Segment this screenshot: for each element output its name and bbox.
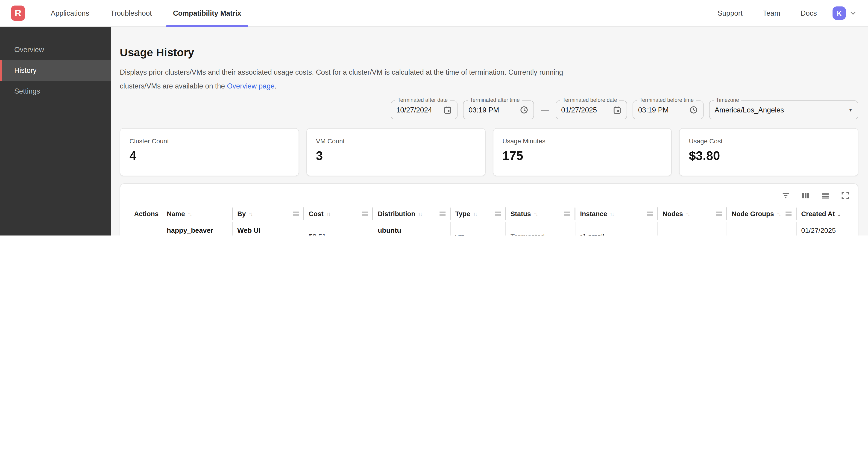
timezone-select[interactable]: Timezone America/Los_Angeles ▼ xyxy=(709,100,858,119)
column-resize-handle-icon[interactable] xyxy=(495,211,501,216)
terminated-after-date-field[interactable]: Terminated after date 10/27/2024 xyxy=(391,100,458,119)
filter-row: Terminated after date 10/27/2024 Termina… xyxy=(120,100,858,119)
sidebar-item-history[interactable]: History xyxy=(0,60,111,81)
column-label: Instance xyxy=(580,210,607,217)
column-header-instance[interactable]: Instance ↑↓ xyxy=(576,206,658,222)
sort-desc-icon[interactable]: ↓ xyxy=(838,210,841,217)
column-label: Distribution xyxy=(378,210,415,217)
stat-value: $3.80 xyxy=(689,149,849,163)
sort-icon[interactable]: ↑↓ xyxy=(249,210,252,217)
column-header-name[interactable]: Name ↑↓ xyxy=(162,206,232,222)
column-resize-handle-icon[interactable] xyxy=(362,211,368,216)
node-groups-value: - xyxy=(732,232,792,235)
column-header-by[interactable]: By ↑↓ xyxy=(232,206,304,222)
column-label: Nodes xyxy=(662,210,683,217)
sort-icon[interactable]: ↑↓ xyxy=(188,210,191,217)
clock-icon[interactable] xyxy=(689,106,698,114)
stat-label: VM Count xyxy=(316,137,476,145)
table-toolbar xyxy=(120,184,858,200)
tab-label: Applications xyxy=(51,9,89,17)
replicated-logo[interactable]: R xyxy=(11,5,25,21)
field-label: Timezone xyxy=(714,97,741,103)
terminated-before-time-field[interactable]: Terminated before time 03:19 PM xyxy=(632,100,704,119)
type-value: vm xyxy=(455,232,501,235)
sort-icon[interactable]: ↑↓ xyxy=(777,210,780,217)
calendar-icon[interactable] xyxy=(613,106,621,114)
sidebar-item-settings[interactable]: Settings xyxy=(0,81,111,101)
sort-icon[interactable]: ↑↓ xyxy=(534,210,537,217)
field-label: Terminated before date xyxy=(560,97,619,103)
active-indicator xyxy=(0,60,2,81)
column-resize-handle-icon[interactable] xyxy=(439,211,445,216)
column-resize-handle-icon[interactable] xyxy=(785,211,792,216)
field-value: America/Los_Angeles xyxy=(715,106,784,114)
tab-label: Compatibility Matrix xyxy=(173,9,241,17)
sidebar-item-label: Overview xyxy=(14,46,44,54)
column-label: Status xyxy=(510,210,531,217)
column-resize-handle-icon[interactable] xyxy=(564,211,570,216)
column-resize-handle-icon[interactable] xyxy=(293,211,299,216)
sort-icon[interactable]: ↑↓ xyxy=(418,210,422,217)
column-label: Actions xyxy=(134,210,158,217)
tab-troubleshoot[interactable]: Troubleshoot xyxy=(104,0,158,27)
dropdown-caret-icon: ▼ xyxy=(848,107,853,113)
column-label: By xyxy=(237,210,246,217)
terminated-before-date-field[interactable]: Terminated before date 01/27/2025 xyxy=(556,100,627,119)
column-label: Type xyxy=(455,210,470,217)
avatar[interactable]: K xyxy=(833,6,846,20)
sort-icon[interactable]: ↑↓ xyxy=(686,210,689,217)
density-icon[interactable] xyxy=(821,191,830,200)
chevron-down-icon[interactable] xyxy=(849,9,857,17)
column-resize-handle-icon[interactable] xyxy=(647,211,653,216)
nav-tabs: Applications Troubleshoot Compatibility … xyxy=(44,0,256,27)
cluster-name: happy_beaver xyxy=(167,226,227,234)
tab-applications[interactable]: Applications xyxy=(44,0,96,27)
filter-icon[interactable] xyxy=(781,191,790,200)
field-label: Terminated before time xyxy=(637,97,696,103)
active-tab-underline xyxy=(166,25,248,27)
nav-link-support[interactable]: Support xyxy=(718,9,743,17)
usage-table-card: Actions Name ↑↓ By ↑↓ xyxy=(120,183,858,235)
tab-compatibility-matrix[interactable]: Compatibility Matrix xyxy=(166,0,248,27)
row-actions-button[interactable]: ••• xyxy=(141,233,150,235)
sidebar-item-overview[interactable]: Overview xyxy=(0,39,111,60)
column-header-status[interactable]: Status ↑↓ xyxy=(506,206,576,222)
usage-table: Actions Name ↑↓ By ↑↓ xyxy=(129,206,849,235)
description-line-2: clusters/VMs are available on the Overvi… xyxy=(120,79,858,93)
stat-card-usage-minutes: Usage Minutes 175 xyxy=(493,128,672,176)
date-range-dash: — xyxy=(541,105,549,115)
column-header-type[interactable]: Type ↑↓ xyxy=(451,206,506,222)
column-resize-handle-icon[interactable] xyxy=(716,211,722,216)
stat-value: 175 xyxy=(502,149,662,163)
field-value: 03:19 PM xyxy=(469,106,499,114)
column-header-cost[interactable]: Cost ↑↓ xyxy=(304,206,373,222)
page-title: Usage History xyxy=(120,46,858,59)
calendar-icon[interactable] xyxy=(443,106,452,114)
distribution-name: ubuntu xyxy=(378,226,445,234)
table-row: ••• happy_beavera48d9324 Web UIname@doma… xyxy=(129,222,849,235)
sidebar-item-label: History xyxy=(14,66,36,75)
created-date: 01/27/2025 xyxy=(801,225,849,235)
app-root: R Applications Troubleshoot Compatibilit… xyxy=(0,0,868,235)
stat-cards: Cluster Count 4 VM Count 3 Usage Minutes… xyxy=(120,128,858,176)
column-header-distribution[interactable]: Distribution ↑↓ xyxy=(373,206,451,222)
sort-icon[interactable]: ↑↓ xyxy=(610,210,614,217)
field-value: 01/27/2025 xyxy=(561,106,597,114)
nav-link-team[interactable]: Team xyxy=(763,9,780,17)
column-label: Node Groups xyxy=(732,210,774,217)
main-content: Usage History Displays prior clusters/VM… xyxy=(111,27,868,235)
column-header-created-at[interactable]: Created At ↓ xyxy=(797,206,849,222)
nav-link-docs[interactable]: Docs xyxy=(801,9,817,17)
columns-icon[interactable] xyxy=(801,191,810,200)
sort-icon[interactable]: ↑↓ xyxy=(326,210,330,217)
fullscreen-icon[interactable] xyxy=(841,191,849,200)
terminated-after-time-field[interactable]: Terminated after time 03:19 PM xyxy=(463,100,534,119)
column-header-node-groups[interactable]: Node Groups ↑↓ xyxy=(727,206,797,222)
overview-page-link[interactable]: Overview page xyxy=(227,82,275,90)
clock-icon[interactable] xyxy=(520,106,528,114)
status-badge: Terminated xyxy=(510,232,570,235)
instance-value: r1.small xyxy=(580,232,653,235)
column-header-nodes[interactable]: Nodes ↑↓ xyxy=(658,206,727,222)
stat-value: 4 xyxy=(129,149,289,163)
sort-icon[interactable]: ↑↓ xyxy=(473,210,477,217)
